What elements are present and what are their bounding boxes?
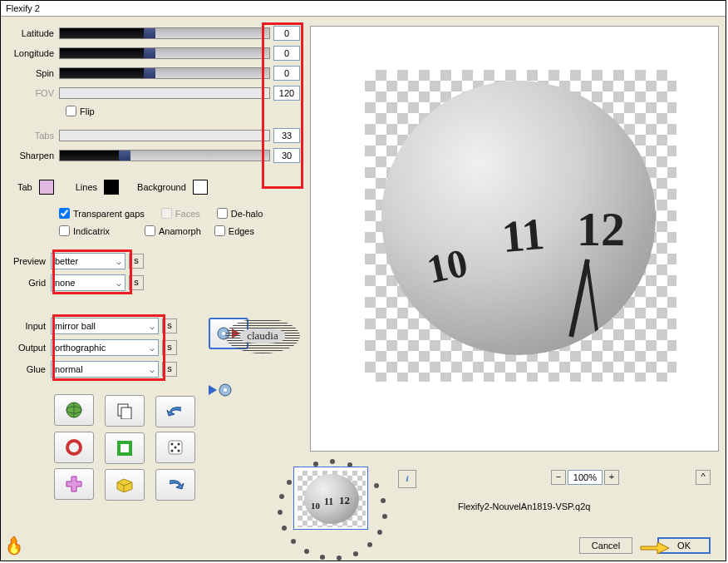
spin-slider[interactable] [59,67,270,79]
cross-icon [66,476,82,492]
flip-label: Flip [80,106,95,116]
input-s-btn[interactable]: s [162,319,177,333]
fov-value[interactable]: 120 [273,86,300,101]
svg-point-32 [282,526,287,531]
redo-button[interactable] [155,469,195,501]
grid-s-btn[interactable]: s [129,275,144,290]
transparent-gaps-checkbox[interactable] [59,208,70,219]
preset-filename: Flexify2-NouvelAn1819-VSP.q2q [458,501,590,511]
copy-button[interactable] [105,395,145,427]
longitude-slider[interactable] [59,47,270,59]
edges-checkbox[interactable] [214,225,225,236]
svg-point-14 [171,443,174,446]
undo-icon [166,404,184,419]
svg-point-30 [304,549,309,554]
tabs-value[interactable]: 33 [273,128,300,143]
cancel-button[interactable]: Cancel [579,537,632,554]
svg-point-5 [224,388,227,392]
dice-button[interactable] [155,432,195,463]
zoom-out-button[interactable]: − [551,470,566,485]
info-button[interactable]: i [398,470,416,488]
indicatrix-label: Indicatrix [73,226,110,236]
fire-icon[interactable] [3,535,27,558]
redo-icon [166,477,184,492]
output-label: Output [9,343,51,353]
output-s-btn[interactable]: s [162,340,177,355]
flip-checkbox[interactable] [66,106,76,116]
fov-label: FOV [9,88,59,98]
input-value: mirror ball [55,321,96,331]
svg-point-18 [178,450,180,452]
sharpen-label: Sharpen [9,151,59,161]
lines-color-swatch[interactable] [104,180,119,195]
latitude-value[interactable]: 0 [273,26,300,41]
svg-point-27 [353,551,358,556]
indicatrix-checkbox[interactable] [59,225,70,236]
collapse-button[interactable]: ^ [696,470,711,485]
preview-value: better [55,256,78,266]
square-button[interactable] [105,432,145,464]
globe-button[interactable] [54,394,94,426]
clock-hand-2 [568,259,590,337]
preview-pane[interactable]: 10 11 12 [310,26,719,452]
svg-marker-3 [209,385,217,395]
cross-button[interactable] [54,468,94,500]
output-value: orthographic [55,343,106,353]
svg-rect-10 [121,407,131,419]
svg-point-22 [374,483,379,488]
block-button[interactable] [105,469,145,501]
grid-label: Grid [9,278,51,288]
preview-label: Preview [9,256,51,266]
preview-s-btn[interactable]: s [129,254,144,269]
globe-icon [65,401,83,419]
glue-s-btn[interactable]: s [162,362,177,377]
dice-icon [167,439,184,456]
clock-11: 11 [499,208,546,263]
svg-point-35 [287,480,292,485]
longitude-value[interactable]: 0 [273,46,300,61]
clock-10: 10 [423,240,471,293]
svg-point-28 [337,556,342,561]
sphere-preview: 10 11 12 [381,81,656,355]
svg-point-11 [67,441,81,454]
undo-button[interactable] [155,396,195,427]
tabs-slider [59,130,270,141]
glue-dropdown[interactable]: normal⌵ [51,361,159,378]
sharpen-slider[interactable] [59,150,270,161]
latitude-slider[interactable] [59,27,270,39]
play-disc-button[interactable] [209,383,232,398]
sharpen-value[interactable]: 30 [273,148,300,163]
clock-12: 12 [577,201,625,257]
svg-point-31 [291,539,296,544]
svg-point-29 [320,555,325,560]
grid-value: none [55,278,75,288]
input-label: Input [9,321,51,331]
ring-button[interactable] [54,432,94,463]
thumbnail-preview[interactable]: 10 11 12 [293,467,368,530]
edges-label: Edges [229,226,254,236]
zoom-value[interactable]: 100% [568,470,603,485]
anamorph-checkbox[interactable] [145,225,155,236]
background-color-label: Background [137,182,186,192]
output-dropdown[interactable]: orthographic⌵ [51,339,159,356]
zoom-in-button[interactable]: + [604,470,619,485]
block-icon [116,477,134,492]
spin-label: Spin [9,68,59,78]
dehalo-checkbox[interactable] [217,208,228,219]
longitude-label: Longitude [9,48,59,58]
grid-dropdown[interactable]: none⌵ [51,274,125,291]
play-disc-icon [209,383,232,398]
tab-color-swatch[interactable] [39,180,54,195]
glue-label: Glue [9,364,51,374]
background-color-swatch[interactable] [193,180,208,195]
input-dropdown[interactable]: mirror ball⌵ [51,318,159,334]
glue-value: normal [55,364,83,374]
spin-value[interactable]: 0 [273,66,300,81]
copy-icon [116,402,133,419]
latitude-label: Latitude [9,28,59,38]
svg-point-33 [278,510,283,515]
svg-point-23 [381,498,386,503]
svg-point-34 [279,494,284,499]
preview-dropdown[interactable]: better⌵ [51,253,125,269]
anamorph-label: Anamorph [159,226,201,236]
